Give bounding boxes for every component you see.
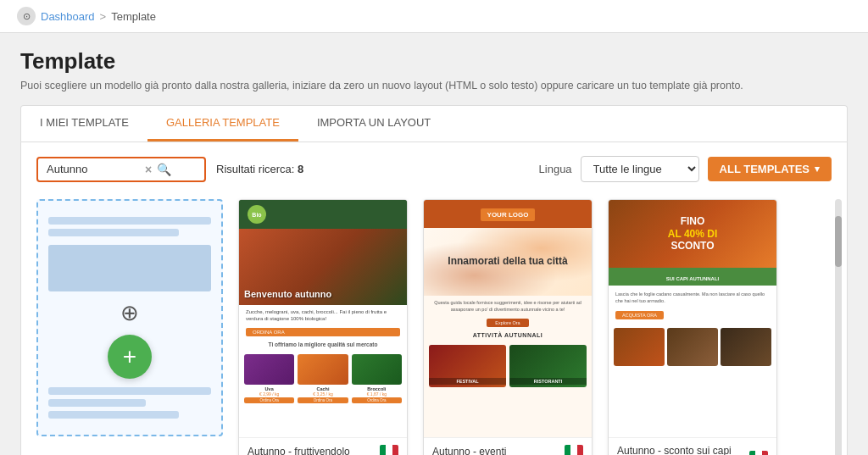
card1-subtext: Zucche, melograni, uva, cachi, broccoli.… bbox=[239, 305, 407, 326]
template-name-2: Autunno - eventi bbox=[432, 446, 506, 456]
flag-red-3 bbox=[762, 451, 768, 456]
product-img-uva bbox=[244, 354, 294, 385]
product-price-broccoli: € 1,87 / kg bbox=[352, 391, 402, 397]
template-card-sconto[interactable]: FINO AL 40% DI SCONTO SUI CAPI AUTUNNALI… bbox=[608, 199, 777, 455]
tab-importa-layout[interactable]: IMPORTA UN LAYOUT bbox=[298, 106, 449, 141]
event-festival: FESTIVAL bbox=[429, 345, 506, 387]
scrollbar-track bbox=[835, 199, 842, 455]
tab-galleria-template[interactable]: GALLERIA TEMPLATE bbox=[147, 106, 298, 141]
template-footer-1: Autunno - fruttivendolo bbox=[239, 437, 407, 455]
bio-badge: Bio bbox=[248, 205, 266, 224]
scrollbar-thumb[interactable] bbox=[835, 216, 842, 267]
chevron-down-icon: ▾ bbox=[815, 164, 820, 175]
skeleton-line bbox=[48, 229, 179, 236]
lingua-select[interactable]: Tutte le lingue Italiano Inglese bbox=[581, 156, 699, 182]
template-thumbnail-2: YOUR LOGO Innamorati della tua città Que… bbox=[424, 200, 592, 437]
product-img-broccoli bbox=[352, 354, 402, 385]
search-box[interactable]: Autunno × 🔍 bbox=[36, 157, 206, 182]
product-uva: Uva € 2,99 / kg Ordina Ora bbox=[244, 354, 294, 403]
card3-header: FINO AL 40% DI SCONTO bbox=[609, 200, 776, 268]
flag-it-3 bbox=[749, 451, 768, 456]
card3-subheader: SUI CAPI AUTUNNALI bbox=[609, 268, 776, 286]
flag-green-3 bbox=[749, 451, 755, 456]
tab-miei-template[interactable]: I MIEI TEMPLATE bbox=[21, 106, 147, 141]
search-input[interactable]: Autunno bbox=[47, 163, 140, 175]
template-name-3: Autunno - sconto sui capi autu... bbox=[617, 445, 749, 455]
card3-headline: FINO AL 40% DI SCONTO bbox=[668, 215, 717, 252]
main-container: Template Puoi scegliere un modello già p… bbox=[0, 33, 868, 455]
clear-search-icon[interactable]: × bbox=[145, 163, 152, 176]
card1-header: Bio bbox=[239, 200, 407, 229]
product-price-uva: € 2,99 / kg bbox=[244, 391, 294, 397]
your-logo: YOUR LOGO bbox=[481, 208, 536, 221]
product-cta-broccoli: Ordina Ora bbox=[352, 397, 402, 403]
template-name-1: Autunno - fruttivendolo bbox=[248, 446, 350, 456]
card3-subheadline: SUI CAPI AUTUNNALI bbox=[666, 276, 719, 281]
card1-hero: Benvenuto autunno bbox=[239, 229, 407, 305]
card3-line2: AL 40% DI bbox=[668, 228, 717, 240]
flag-white-3 bbox=[755, 451, 761, 456]
content-wrapper: ⊕ + Bio Benvenuto autun bbox=[36, 199, 832, 455]
product-cachi: Cachi € 3,25 / kg Ordina Ora bbox=[298, 354, 348, 403]
new-template-card[interactable]: ⊕ + bbox=[36, 199, 223, 436]
templates-grid: ⊕ + Bio Benvenuto autun bbox=[36, 199, 832, 455]
move-icon: ⊕ bbox=[120, 300, 139, 326]
skeleton-line bbox=[48, 399, 146, 407]
event-ristoranti: RISTORANTI bbox=[509, 345, 587, 387]
card1-products: Uva € 2,99 / kg Ordina Ora Cachi € 3,25 … bbox=[239, 351, 407, 407]
card3-line3: SCONTO bbox=[670, 240, 714, 252]
product-img-cachi bbox=[298, 354, 348, 385]
card2-header: YOUR LOGO bbox=[424, 200, 592, 228]
card1-divider: Ti offriamo la migliore qualità sul merc… bbox=[239, 338, 407, 351]
flag-red-2 bbox=[577, 445, 583, 455]
card2-events: FESTIVAL RISTORANTI bbox=[424, 341, 592, 391]
card2-headline: Innamorati della tua città bbox=[448, 255, 567, 269]
card3-img-1 bbox=[614, 328, 665, 366]
add-template-button[interactable]: + bbox=[108, 335, 152, 379]
flag-green-2 bbox=[565, 445, 570, 455]
search-icon[interactable]: 🔍 bbox=[157, 163, 171, 176]
card2-hero: Innamorati della tua città bbox=[424, 228, 592, 296]
flag-white-2 bbox=[570, 445, 576, 455]
product-cta-cachi: Ordina Ora bbox=[298, 397, 348, 403]
card3-images bbox=[609, 325, 776, 369]
page-title: Template bbox=[20, 48, 848, 75]
template-card-fruttivendolo[interactable]: Bio Benvenuto autunno Zucche, melograni,… bbox=[238, 199, 408, 455]
skeleton-image bbox=[48, 245, 211, 291]
template-footer-2: Autunno - eventi bbox=[424, 437, 592, 455]
flag-it-2 bbox=[565, 445, 583, 455]
skeleton-line bbox=[48, 217, 211, 225]
product-price-cachi: € 3,25 / kg bbox=[298, 391, 348, 397]
card1-cta: ORDINA ORA bbox=[246, 328, 400, 336]
breadcrumb-current: Template bbox=[111, 10, 156, 23]
template-thumbnail-1: Bio Benvenuto autunno Zucche, melograni,… bbox=[239, 200, 407, 437]
event-label-festival: FESTIVAL bbox=[429, 378, 506, 385]
flag-red bbox=[392, 445, 398, 455]
top-bar: ⊙ Dashboard > Template bbox=[0, 0, 868, 33]
all-templates-button[interactable]: ALL TEMPLATES ▾ bbox=[708, 157, 832, 181]
breadcrumb-dashboard[interactable]: Dashboard bbox=[41, 10, 95, 23]
all-templates-label: ALL TEMPLATES bbox=[720, 163, 810, 175]
card3-line1: FINO bbox=[681, 215, 705, 227]
card2-subtext: Questa guida locale fornisce suggeriment… bbox=[424, 296, 592, 317]
template-card-eventi[interactable]: YOUR LOGO Innamorati della tua città Que… bbox=[423, 199, 593, 455]
product-cta-uva: Ordina Ora bbox=[244, 397, 294, 403]
tabs-bar: I MIEI TEMPLATE GALLERIA TEMPLATE IMPORT… bbox=[20, 105, 848, 141]
flag-it-1 bbox=[380, 445, 398, 455]
template-footer-3: Autunno - sconto sui capi autu... bbox=[609, 437, 776, 455]
search-row: Autunno × 🔍 Risultati ricerca: 8 Lingua … bbox=[36, 156, 832, 182]
card3-img-3 bbox=[721, 328, 771, 366]
breadcrumb-separator: > bbox=[100, 10, 107, 23]
card3-img-2 bbox=[667, 328, 718, 366]
card1-headline: Benvenuto autunno bbox=[244, 289, 331, 300]
skeleton-bottom bbox=[48, 387, 211, 419]
card3-cta: ACQUISTA ORA bbox=[615, 311, 664, 319]
results-count: 8 bbox=[298, 163, 303, 175]
card3-description: Lascia che le foglie cadano casualmente.… bbox=[615, 289, 770, 307]
card3-body: Lascia che le foglie cadano casualmente.… bbox=[609, 286, 776, 325]
dashboard-icon: ⊙ bbox=[17, 7, 36, 25]
card2-cta: Explore Ora bbox=[487, 319, 528, 327]
skeleton-top bbox=[48, 217, 211, 236]
skeleton-line bbox=[48, 387, 211, 395]
card2-section-title: ATTIVITÀ AUTUNNALI bbox=[424, 329, 592, 341]
